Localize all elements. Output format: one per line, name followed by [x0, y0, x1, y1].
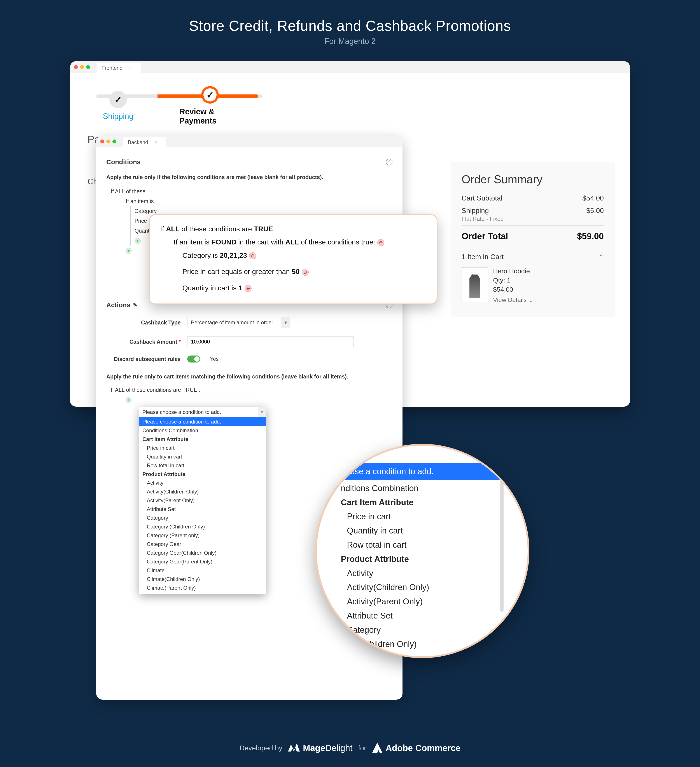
- cashback-type-select[interactable]: Percentage of item amount in order. ▾: [187, 317, 290, 328]
- adobe-icon: [372, 743, 383, 753]
- shipping-method: Flat Rate - Fixed: [462, 216, 604, 222]
- discard-toggle[interactable]: [187, 355, 200, 363]
- callout-line3a: Category is 20,21,23⊖: [178, 250, 426, 261]
- close-icon[interactable]: [100, 140, 104, 143]
- conditions-title: Conditions: [106, 158, 141, 166]
- tab-label: Backend: [128, 139, 148, 145]
- dropdown-option[interactable]: Conditions Combination: [139, 426, 266, 435]
- maximize-icon[interactable]: [112, 140, 116, 143]
- minimize-icon[interactable]: [106, 140, 110, 143]
- dropdown-option[interactable]: Cart Item Attribute: [139, 435, 266, 444]
- page-subtitle: For Magento 2: [0, 37, 700, 46]
- magnified-option[interactable]: Product Attribute: [336, 552, 516, 566]
- collapse-icon[interactable]: ⌃: [386, 159, 392, 165]
- delete-icon[interactable]: ⊖: [249, 252, 256, 259]
- cond-level2[interactable]: If an item is: [122, 196, 392, 206]
- magnified-selected-option[interactable]: hoose a condition to add.: [336, 463, 516, 480]
- product-thumbnail[interactable]: [462, 267, 488, 302]
- dropdown-option[interactable]: Category Gear: [139, 540, 266, 549]
- scrollbar[interactable]: [500, 481, 504, 612]
- product-name: Hero Hoodie: [493, 267, 533, 275]
- add-condition-button[interactable]: +: [126, 248, 132, 254]
- dropdown-option[interactable]: Product Attribute: [139, 470, 266, 479]
- delete-icon[interactable]: ⊖: [377, 239, 384, 246]
- conditions-section-header[interactable]: Conditions ⌃: [106, 156, 392, 172]
- dropdown-option[interactable]: Activity: [139, 479, 266, 487]
- step-shipping[interactable]: ✓ Shipping: [88, 91, 149, 121]
- step-label: Review & Payments: [179, 107, 241, 126]
- frontend-titlebar: Frontend ×: [70, 61, 630, 73]
- dropdown-option[interactable]: Category Gear(Parent Only): [139, 557, 266, 566]
- tab-frontend[interactable]: Frontend ×: [97, 63, 141, 73]
- add-condition-button[interactable]: +: [134, 238, 141, 244]
- dropdown-option[interactable]: Category (Parent only): [139, 531, 266, 540]
- dropdown-option[interactable]: Row total in cart: [139, 461, 266, 470]
- minimize-icon[interactable]: [80, 65, 84, 69]
- developed-by: Developed by: [239, 744, 282, 752]
- magnified-option[interactable]: Activity: [336, 566, 516, 581]
- tab-backend[interactable]: Backend ×: [123, 137, 166, 148]
- magnified-option[interactable]: Category: [336, 623, 516, 637]
- window-controls: [74, 65, 90, 69]
- order-summary-title: Order Summary: [462, 173, 604, 186]
- dropdown-option[interactable]: Category: [139, 514, 266, 522]
- maximize-icon[interactable]: [86, 65, 90, 69]
- dropdown-option[interactable]: Price in cart: [139, 444, 266, 452]
- act-level1[interactable]: If ALL of these conditions are TRUE :: [111, 385, 392, 395]
- page-header: Store Credit, Refunds and Cashback Promo…: [0, 0, 700, 53]
- footer: Developed by MageDelight for Adobe Comme…: [0, 742, 700, 754]
- magnified-option[interactable]: Activity(Children Only): [336, 580, 516, 595]
- for-label: for: [358, 744, 366, 752]
- magnified-option[interactable]: Activity(Parent Only): [336, 595, 516, 609]
- product-qty: Qty: 1: [493, 277, 533, 284]
- magnified-option[interactable]: Price in cart: [336, 509, 516, 524]
- select-value: Percentage of item amount in order.: [191, 320, 274, 326]
- dropdown-option[interactable]: Category (Children Only): [139, 522, 266, 531]
- dropdown-option[interactable]: Please choose a condition to add.: [139, 417, 266, 426]
- magnified-option[interactable]: Attribute Set: [336, 609, 516, 623]
- caret-down-icon: ▾: [258, 407, 266, 417]
- condition-select[interactable]: Please choose a condition to add. ▾: [139, 407, 266, 417]
- actions-title: Actions: [106, 301, 131, 309]
- magnified-option[interactable]: Row total in cart: [336, 538, 516, 552]
- pencil-icon[interactable]: ✎: [133, 302, 137, 308]
- step-review[interactable]: ✓ Review & Payments: [179, 86, 241, 126]
- cashback-type-row: Cashback Type Percentage of item amount …: [106, 317, 392, 328]
- delete-icon[interactable]: ⊖: [301, 269, 309, 276]
- add-condition-button[interactable]: +: [126, 397, 132, 403]
- check-icon: ✓: [115, 94, 122, 105]
- dropdown-option[interactable]: Climate(Children Only): [139, 575, 266, 584]
- tab-label: Frontend: [102, 65, 123, 71]
- window-controls: [100, 140, 116, 143]
- dropdown-option[interactable]: Attribute Set: [139, 505, 266, 514]
- magnified-option[interactable]: nditions Combination: [336, 481, 516, 495]
- adobe-commerce-logo[interactable]: Adobe Commerce: [372, 743, 461, 753]
- close-icon[interactable]: ×: [129, 65, 132, 71]
- step-label: Shipping: [103, 112, 134, 121]
- cart-items-header[interactable]: 1 Item in Cart ⌃: [462, 247, 604, 265]
- close-icon[interactable]: [74, 65, 78, 69]
- dropdown-option[interactable]: Activity(Parent Only): [139, 496, 266, 505]
- cashback-amount-input[interactable]: [187, 336, 354, 347]
- select-placeholder: Please choose a condition to add.: [142, 409, 221, 415]
- canvas: Frontend × ✓ Shipping ✓ Review & Payment…: [70, 61, 630, 706]
- delete-icon[interactable]: ⊖: [245, 285, 252, 292]
- cond-level1[interactable]: If ALL of these: [111, 186, 392, 196]
- dropdown-option[interactable]: Climate(Parent Only): [139, 584, 266, 592]
- total-label: Order Total: [462, 231, 508, 241]
- dropdown-option[interactable]: Climate: [139, 566, 266, 575]
- dropdown-option[interactable]: Activity(Children Only): [139, 487, 266, 496]
- magnified-option[interactable]: Cart Item Attribute: [336, 495, 516, 510]
- close-icon[interactable]: ×: [155, 140, 158, 145]
- dropdown-option[interactable]: Quantity in cart: [139, 452, 266, 461]
- shipping-label: Shipping: [462, 207, 489, 215]
- callout-line3c: Quantity in cart is 1⊖: [178, 282, 426, 294]
- dropdown-option[interactable]: Category Gear(Children Only): [139, 549, 266, 557]
- actions-tree: If ALL of these conditions are TRUE : +: [106, 385, 392, 405]
- magnified-option[interactable]: Quantity in cart: [336, 524, 516, 538]
- magedelight-logo[interactable]: MageDelight: [288, 742, 352, 754]
- magedelight-icon: [288, 742, 300, 754]
- check-icon: ✓: [206, 90, 214, 100]
- conditions-callout: If ALL of these conditions are TRUE : If…: [149, 214, 437, 304]
- view-details-link[interactable]: View Details ⌄: [493, 296, 533, 304]
